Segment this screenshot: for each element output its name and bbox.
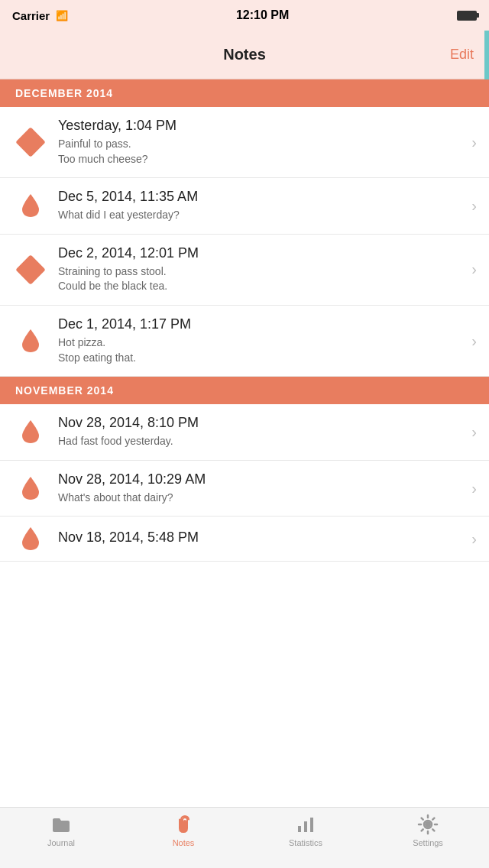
- drop-icon: [12, 477, 49, 500]
- item-content: Nov 28, 2014, 10:29 AMWhat's about that …: [58, 471, 465, 506]
- tab-statistics[interactable]: Statistics: [244, 814, 367, 847]
- item-title: Dec 1, 2014, 1:17 PM: [58, 316, 465, 332]
- page-title: Notes: [223, 46, 266, 63]
- battery-area: [457, 11, 477, 21]
- diamond-icon: [12, 131, 49, 153]
- wifi-icon: 📶: [56, 10, 68, 21]
- accent-bar: [484, 31, 489, 79]
- tab-notes[interactable]: Notes: [122, 814, 244, 847]
- item-subtitle: Straining to pass stool. Could be the bl…: [58, 264, 465, 294]
- list-item[interactable]: Nov 28, 2014, 8:10 PMHad fast food yeste…: [0, 404, 489, 461]
- item-subtitle: What did I eat yesterday?: [58, 208, 465, 223]
- battery-icon: [457, 11, 477, 21]
- item-title: Nov 28, 2014, 8:10 PM: [58, 415, 465, 431]
- svg-rect-2: [310, 818, 313, 832]
- list-item[interactable]: Dec 5, 2014, 11:35 AMWhat did I eat yest…: [0, 178, 489, 235]
- notes-icon: [173, 814, 194, 835]
- chevron-right-icon: ›: [471, 197, 477, 215]
- svg-rect-1: [304, 821, 307, 832]
- item-subtitle: Painful to pass. Too much cheese?: [58, 137, 465, 167]
- journal-label: Journal: [47, 838, 75, 847]
- statistics-icon: [295, 814, 316, 835]
- section-header-nov2014: NOVEMBER 2014: [0, 377, 489, 404]
- chevron-right-icon: ›: [471, 332, 477, 350]
- item-title: Dec 5, 2014, 11:35 AM: [58, 189, 465, 205]
- diamond-icon: [12, 259, 49, 280]
- content-area: DECEMBER 2014Yesterday, 1:04 PMPainful t…: [0, 79, 489, 807]
- item-subtitle: Had fast food yesterday.: [58, 434, 465, 449]
- settings-icon: [417, 814, 439, 835]
- chevron-right-icon: ›: [471, 261, 477, 278]
- list-item[interactable]: Dec 1, 2014, 1:17 PMHot pizza. Stop eati…: [0, 306, 489, 377]
- status-bar: Carrier 📶 12:10 PM: [0, 0, 489, 31]
- item-content: Dec 2, 2014, 12:01 PMStraining to pass s…: [58, 245, 465, 294]
- list-item[interactable]: Yesterday, 1:04 PMPainful to pass. Too m…: [0, 107, 489, 178]
- drop-icon: [12, 194, 49, 217]
- tab-journal[interactable]: Journal: [0, 814, 122, 847]
- settings-label: Settings: [413, 838, 443, 847]
- list-item[interactable]: Nov 18, 2014, 5:48 PM›: [0, 517, 489, 562]
- status-bar-left: Carrier 📶: [12, 9, 68, 22]
- tab-bar: Journal Notes Statistics Settings: [0, 807, 489, 868]
- item-content: Yesterday, 1:04 PMPainful to pass. Too m…: [58, 118, 465, 167]
- chevron-right-icon: ›: [471, 530, 477, 548]
- item-content: Dec 1, 2014, 1:17 PMHot pizza. Stop eati…: [58, 316, 465, 365]
- item-subtitle: Hot pizza. Stop eating that.: [58, 335, 465, 365]
- item-subtitle: What's about that dairy?: [58, 491, 465, 506]
- item-content: Nov 28, 2014, 8:10 PMHad fast food yeste…: [58, 415, 465, 449]
- drop-icon: [12, 329, 49, 352]
- chevron-right-icon: ›: [471, 423, 477, 441]
- item-content: Dec 5, 2014, 11:35 AMWhat did I eat yest…: [58, 189, 465, 223]
- item-content: Nov 18, 2014, 5:48 PM: [58, 530, 465, 549]
- svg-rect-0: [298, 826, 301, 832]
- item-title: Nov 18, 2014, 5:48 PM: [58, 530, 465, 546]
- drop-icon: [12, 420, 49, 443]
- tab-settings[interactable]: Settings: [367, 814, 489, 847]
- item-title: Yesterday, 1:04 PM: [58, 118, 465, 134]
- list-item[interactable]: Nov 28, 2014, 10:29 AMWhat's about that …: [0, 461, 489, 517]
- item-title: Nov 28, 2014, 10:29 AM: [58, 471, 465, 487]
- section-header-dec2014: DECEMBER 2014: [0, 79, 489, 107]
- chevron-right-icon: ›: [471, 480, 477, 497]
- notes-label: Notes: [173, 838, 195, 847]
- list-item[interactable]: Dec 2, 2014, 12:01 PMStraining to pass s…: [0, 235, 489, 306]
- edit-button[interactable]: Edit: [450, 47, 474, 63]
- statistics-label: Statistics: [289, 838, 322, 847]
- journal-icon: [50, 814, 72, 835]
- nav-bar: Notes Edit: [0, 31, 489, 79]
- item-title: Dec 2, 2014, 12:01 PM: [58, 245, 465, 261]
- drop-icon: [12, 527, 49, 550]
- chevron-right-icon: ›: [471, 134, 477, 151]
- clock: 12:10 PM: [236, 8, 289, 22]
- carrier-label: Carrier: [12, 9, 50, 22]
